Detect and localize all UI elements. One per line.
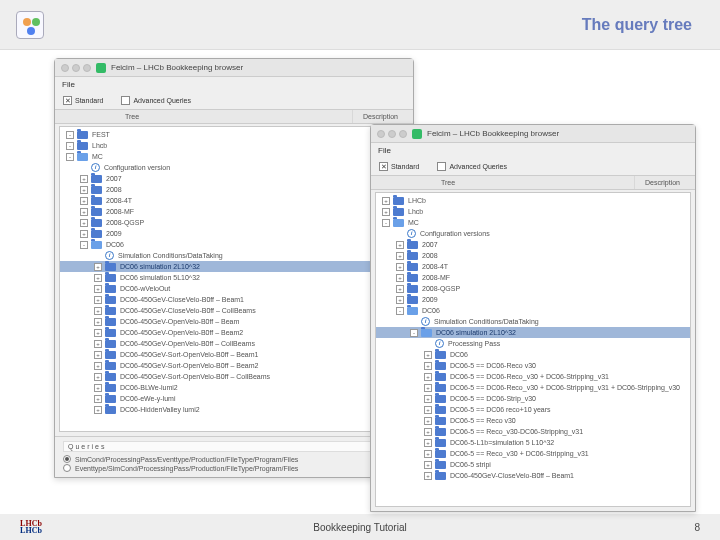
tree-info-row[interactable]: iProcessing Pass [376, 338, 690, 349]
expander-icon[interactable]: + [424, 395, 432, 403]
query-option-1[interactable]: SimCond/ProcessingPass/Eventtype/Product… [63, 455, 405, 463]
tree-row[interactable]: +2008-MF [376, 272, 690, 283]
expander-icon[interactable]: + [80, 197, 88, 205]
tree-row[interactable]: +DC06-5 == DC06 reco+10 years [376, 404, 690, 415]
expander-icon[interactable]: + [424, 362, 432, 370]
expander-icon[interactable]: + [94, 329, 102, 337]
expander-icon[interactable]: + [94, 296, 102, 304]
tree-info-row[interactable]: iConfiguration versions [376, 228, 690, 239]
expander-icon[interactable]: + [94, 274, 102, 282]
expander-icon[interactable]: + [424, 461, 432, 469]
expander-icon[interactable]: - [396, 307, 404, 315]
tree-info-row[interactable]: iConfiguration version [60, 162, 408, 173]
tree-row[interactable]: +2008-QGSP [376, 283, 690, 294]
expander-icon[interactable]: + [94, 384, 102, 392]
expander-icon[interactable]: + [94, 340, 102, 348]
standard-checkbox[interactable]: ✕ Standard [63, 96, 103, 105]
tree-row[interactable]: +DC06-450GeV-CloseVelo-B0ff – Beam1 [376, 470, 690, 481]
tree-row[interactable]: -DC06 simulation 2L10^32 [376, 327, 690, 338]
expander-icon[interactable]: + [396, 241, 404, 249]
expander-icon[interactable]: + [94, 351, 102, 359]
tree-row[interactable]: +DC06-5 == Reco v30 [376, 415, 690, 426]
advanced-checkbox[interactable]: Advanced Queries [437, 162, 507, 171]
expander-icon[interactable]: + [94, 395, 102, 403]
column-headers[interactable]: Tree Description [371, 175, 695, 190]
expander-icon[interactable]: - [66, 153, 74, 161]
tree-pane-back[interactable]: -FEST-Lhcb-MCiConfiguration version+2007… [59, 126, 409, 432]
expander-icon[interactable]: + [424, 351, 432, 359]
tree-row[interactable]: +DC06-450GeV-CloseVelo-B0ff – Beam1 [60, 294, 408, 305]
tree-row[interactable]: +2008-MF [60, 206, 408, 217]
advanced-checkbox[interactable]: Advanced Queries [121, 96, 191, 105]
col-desc[interactable]: Description [635, 176, 695, 189]
tree-row[interactable]: +2008-4T [60, 195, 408, 206]
expander-icon[interactable]: + [424, 439, 432, 447]
tree-row[interactable]: +DC06-450GeV-OpenVelo-B0ff – Beam2 [60, 327, 408, 338]
tree-row[interactable]: +DC06-450GeV-OpenVelo-B0ff – Beam [60, 316, 408, 327]
tree-row[interactable]: +2009 [60, 228, 408, 239]
col-desc[interactable]: Description [353, 110, 413, 123]
expander-icon[interactable]: + [94, 318, 102, 326]
tree-row[interactable]: +DC06-5 == Reco_v30 + DC06-Stripping_v31 [376, 448, 690, 459]
menu-file[interactable]: File [62, 80, 75, 89]
tree-row[interactable]: -MC [60, 151, 408, 162]
maximize-icon[interactable] [399, 130, 407, 138]
expander-icon[interactable]: + [424, 373, 432, 381]
expander-icon[interactable]: + [94, 263, 102, 271]
tree-row[interactable]: +DC06-5 == DC06-Strip_v30 [376, 393, 690, 404]
tree-row[interactable]: -DC06 [60, 239, 408, 250]
tree-row[interactable]: +DC06-eWe-y-lumi [60, 393, 408, 404]
close-icon[interactable] [61, 64, 69, 72]
window-controls[interactable] [377, 130, 407, 138]
menubar[interactable]: File [371, 143, 695, 157]
tree-row[interactable]: -FEST [60, 129, 408, 140]
tree-row[interactable]: -MC [376, 217, 690, 228]
tree-row[interactable]: +DC06-BLWe-lumi2 [60, 382, 408, 393]
expander-icon[interactable]: + [80, 186, 88, 194]
expander-icon[interactable]: + [396, 252, 404, 260]
expander-icon[interactable]: + [382, 197, 390, 205]
maximize-icon[interactable] [83, 64, 91, 72]
tree-row[interactable]: +2009 [376, 294, 690, 305]
tree-row[interactable]: +2008-QGSP [60, 217, 408, 228]
query-option-2[interactable]: Eventtype/SimCond/ProcessingPass/Product… [63, 464, 405, 472]
expander-icon[interactable]: + [396, 274, 404, 282]
tree-row[interactable]: +DC06-5 == DC06-Reco v30 [376, 360, 690, 371]
tree-info-row[interactable]: iSimulation Conditions/DataTaking [376, 316, 690, 327]
tree-row[interactable]: +2008-4T [376, 261, 690, 272]
close-icon[interactable] [377, 130, 385, 138]
menu-file[interactable]: File [378, 146, 391, 155]
tree-pane-front[interactable]: +LHCb+Lhcb-MCiConfiguration versions+200… [375, 192, 691, 507]
tree-row[interactable]: +LHCb [376, 195, 690, 206]
window-controls[interactable] [61, 64, 91, 72]
tree-row[interactable]: +DC06 simulation 5L10^32 [60, 272, 408, 283]
tree-row[interactable]: +DC06-HiddenValley lumi2 [60, 404, 408, 415]
tree-row[interactable]: +DC06-5 == DC06-Reco_v30 + DC06-Strippin… [376, 382, 690, 393]
radio-icon[interactable] [63, 464, 71, 472]
tree-row[interactable]: +DC06-450GeV-Sort-OpenVelo-B0ff – Beam1 [60, 349, 408, 360]
tree-row[interactable]: +2008 [60, 184, 408, 195]
minimize-icon[interactable] [388, 130, 396, 138]
tree-row[interactable]: -Lhcb [60, 140, 408, 151]
expander-icon[interactable]: - [66, 142, 74, 150]
expander-icon[interactable]: + [94, 285, 102, 293]
expander-icon[interactable]: + [424, 428, 432, 436]
tree-row[interactable]: +2008 [376, 250, 690, 261]
expander-icon[interactable]: + [80, 219, 88, 227]
expander-icon[interactable]: + [80, 175, 88, 183]
tree-row[interactable]: +DC06-450GeV-OpenVelo-B0ff – CollBeams [60, 338, 408, 349]
radio-icon[interactable] [63, 455, 71, 463]
tree-row[interactable]: +DC06-5 == DC06-Reco_v30 + DC06-Strippin… [376, 371, 690, 382]
expander-icon[interactable]: + [94, 406, 102, 414]
expander-icon[interactable]: + [424, 384, 432, 392]
tree-info-row[interactable]: iSimulation Conditions/DataTaking [60, 250, 408, 261]
tree-row[interactable]: +DC06-450GeV-CloseVelo-B0ff – CollBeams [60, 305, 408, 316]
expander-icon[interactable]: + [424, 472, 432, 480]
col-tree[interactable]: Tree [371, 176, 635, 189]
expander-icon[interactable]: + [424, 450, 432, 458]
expander-icon[interactable]: + [94, 307, 102, 315]
tree-row[interactable]: +Lhcb [376, 206, 690, 217]
minimize-icon[interactable] [72, 64, 80, 72]
expander-icon[interactable]: + [396, 285, 404, 293]
column-headers[interactable]: Tree Description [55, 109, 413, 124]
